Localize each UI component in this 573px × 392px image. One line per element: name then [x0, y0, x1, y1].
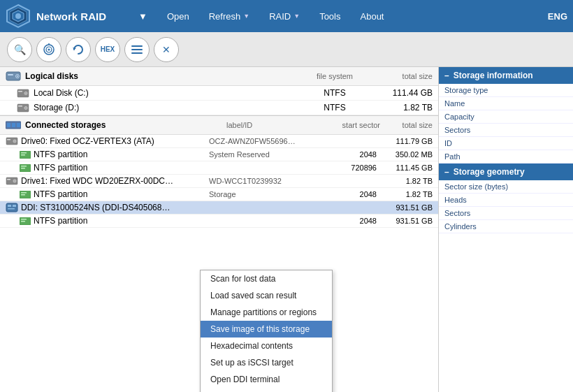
list-item[interactable]: NTFS partition System Reserved 2048 350.… — [0, 148, 438, 161]
col-size-header: total size — [380, 121, 433, 129]
local-disk-icon — [17, 89, 29, 98]
toolbar: 🔍 HEX ✕ — [0, 32, 573, 67]
heads-row: Heads — [439, 194, 573, 207]
ctx-hex-contents[interactable]: Hexadecimal contents — [201, 337, 332, 354]
list-icon — [131, 45, 143, 55]
refresh-icon — [72, 43, 85, 56]
geometry-sectors-row: Sectors — [439, 207, 573, 220]
ctx-save-image[interactable]: Save image of this storage — [201, 321, 332, 337]
main-content: Logical disks file system total size Loc… — [0, 67, 573, 392]
lang-selector[interactable]: ENG — [548, 11, 567, 22]
logo-icon — [6, 3, 31, 29]
list-button[interactable] — [124, 37, 150, 62]
svg-point-40 — [14, 180, 15, 182]
svg-rect-47 — [13, 205, 16, 207]
ctx-manage-partitions[interactable]: Manage partitions or regions — [201, 304, 332, 321]
list-item[interactable]: Drive1: Fixed WDC WD20EZRX-00DC… WD-WCC1… — [0, 175, 438, 188]
search-button[interactable]: 🔍 — [7, 37, 32, 62]
svg-rect-45 — [8, 205, 11, 207]
nav-arrow-left[interactable]: ▼ — [129, 0, 157, 32]
svg-point-18 — [25, 92, 27, 94]
refresh-button[interactable] — [66, 37, 91, 62]
svg-rect-25 — [12, 123, 15, 127]
svg-point-14 — [17, 75, 18, 77]
svg-rect-42 — [21, 192, 27, 194]
storage-name-row: Name — [439, 97, 573, 110]
partition-icon — [20, 151, 31, 159]
storage-id-row: ID — [439, 137, 573, 150]
svg-rect-35 — [21, 166, 27, 167]
list-item[interactable]: Storage (D:) NTFS 1.82 TB — [0, 101, 438, 115]
svg-rect-16 — [18, 91, 22, 92]
list-item[interactable]: Local Disk (C:) NTFS 111.44 GB — [0, 86, 438, 101]
context-menu: Scan for lost data Load saved scan resul… — [200, 270, 333, 392]
scan-button[interactable] — [36, 37, 61, 62]
svg-rect-38 — [7, 179, 10, 180]
left-panel: Logical disks file system total size Loc… — [0, 67, 439, 392]
svg-rect-46 — [8, 208, 15, 210]
ctx-iscsi-target[interactable]: Set up as iSCSI target — [201, 354, 332, 371]
partition-icon — [20, 217, 31, 225]
storage-sectors-row: Sectors — [439, 124, 573, 137]
svg-rect-19 — [17, 104, 29, 112]
right-panel: – Storage information Storage type Name … — [439, 67, 573, 392]
cylinders-row: Cylinders — [439, 220, 573, 233]
drive0-icon — [6, 136, 18, 146]
svg-rect-26 — [17, 123, 20, 127]
list-item[interactable]: NTFS partition 720896 111.45 GB — [0, 161, 438, 175]
list-item[interactable]: Drive0: Fixed OCZ-VERTEX3 (ATA) OCZ-AWNZ… — [0, 135, 438, 148]
svg-point-30 — [14, 140, 15, 142]
ddi-icon — [6, 203, 18, 212]
svg-rect-33 — [21, 154, 25, 156]
close-icon: ✕ — [162, 44, 171, 55]
col-label-header: label/ID — [226, 121, 324, 129]
col-filesystem-header: file system — [293, 72, 377, 80]
svg-rect-24 — [7, 123, 10, 127]
svg-rect-36 — [21, 168, 25, 169]
hex-icon: HEX — [101, 45, 115, 53]
svg-rect-50 — [21, 221, 25, 222]
svg-rect-32 — [21, 152, 27, 154]
ctx-ddi-terminal[interactable]: Open DDI terminal — [201, 371, 332, 388]
ctx-ddi-monitor[interactable]: Open DDI activity monitor — [201, 388, 332, 392]
storage-capacity-row: Capacity — [439, 110, 573, 124]
svg-point-6 — [48, 48, 50, 50]
svg-rect-8 — [131, 45, 143, 47]
sector-size-row: Sector size (bytes) — [439, 180, 573, 194]
ctx-load-scan[interactable]: Load saved scan result — [201, 287, 332, 304]
storage-path-row: Path — [439, 150, 573, 164]
logical-disks-header: Logical disks — [6, 71, 293, 82]
svg-point-3 — [15, 13, 21, 19]
ddi-row[interactable]: DDI: ST31000524NS (DDI-DS405068… 931.51 … — [0, 201, 438, 215]
svg-rect-9 — [131, 49, 143, 50]
logical-disks-icon — [6, 71, 21, 82]
storage-type-row: Storage type — [439, 84, 573, 97]
hex-button[interactable]: HEX — [95, 37, 120, 62]
nav-open[interactable]: Open — [157, 0, 199, 32]
svg-rect-28 — [7, 139, 10, 140]
svg-rect-12 — [8, 74, 13, 75]
ctx-scan-lost-data[interactable]: Scan for lost data — [201, 270, 332, 287]
col-start-header: start sector — [324, 121, 380, 129]
logical-disks-title: Logical disks — [25, 71, 78, 81]
nav-refresh[interactable]: Refresh ▼ — [199, 0, 259, 32]
svg-rect-20 — [18, 106, 22, 107]
list-item[interactable]: NTFS partition Storage 2048 1.82 TB — [0, 188, 438, 201]
partition-icon — [20, 191, 31, 198]
app-logo: Network RAID — [6, 3, 120, 29]
search-icon: 🔍 — [14, 44, 26, 55]
svg-rect-49 — [21, 219, 27, 220]
nav-raid[interactable]: RAID ▼ — [259, 0, 310, 32]
drive1-icon — [6, 176, 18, 186]
app-title: Network RAID — [36, 10, 106, 22]
nav-menu: ▼ Open Refresh ▼ RAID ▼ Tools About — [129, 0, 548, 32]
svg-rect-44 — [6, 203, 17, 212]
nav-about[interactable]: About — [351, 0, 394, 32]
connected-storages-icon — [6, 119, 21, 131]
storage-info-header: – Storage information — [439, 67, 573, 84]
col-totalsize-header: total size — [377, 72, 433, 80]
svg-rect-10 — [131, 52, 143, 54]
list-item[interactable]: NTFS partition 2048 931.51 GB — [0, 215, 438, 228]
close-button[interactable]: ✕ — [154, 37, 179, 62]
nav-tools[interactable]: Tools — [310, 0, 350, 32]
